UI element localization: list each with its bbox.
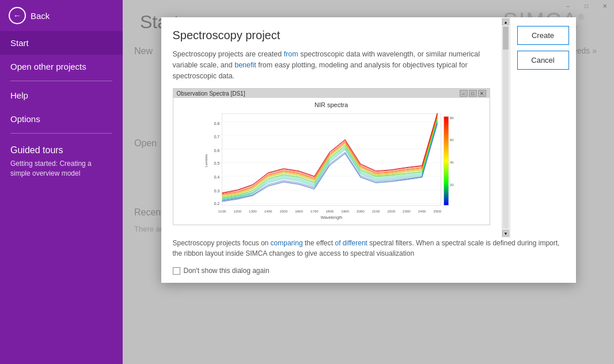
svg-text:0.7: 0.7 [214,135,219,140]
sidebar-item-start[interactable]: Start [0,31,123,55]
nir-spectra-chart: Observation Spectra [DS1] – □ ✕ NIR spec… [173,88,490,225]
svg-text:2400: 2400 [418,209,426,213]
back-circle-icon: ← [9,7,26,24]
dont-show-again-checkbox[interactable] [173,267,180,275]
back-label: Back [31,11,50,21]
svg-text:0.3: 0.3 [214,189,219,194]
sidebar-nav: Start Open other projects Help Options G… [0,31,123,364]
svg-text:0.6: 0.6 [214,149,219,153]
cancel-button[interactable]: Cancel [517,51,569,70]
svg-text:Lambda: Lambda [203,154,207,168]
chart-title-text: NIR spectra [177,101,486,108]
svg-text:Wavelength: Wavelength [320,215,342,220]
dialog-overlay: Spectroscopy project Spectroscopy projec… [123,0,614,364]
svg-text:2300: 2300 [403,209,411,213]
chart-titlebar-label: Observation Spectra [DS1] [177,90,245,97]
svg-text:0.2: 0.2 [214,202,219,207]
chart-close-btn[interactable]: ✕ [478,90,486,97]
svg-text:1500: 1500 [279,209,287,213]
sidebar-item-options[interactable]: Options [0,107,123,131]
dont-show-again-row: Don't show this dialog again [161,263,576,283]
svg-text:2000: 2000 [356,209,364,213]
scrollbar-up[interactable]: ▲ [502,18,509,25]
svg-text:0.4: 0.4 [214,175,219,180]
svg-text:0.5: 0.5 [214,162,219,166]
app-container: ← Back Start Open other projects Help Op… [0,0,614,364]
chart-area: NIR spectra 0.2 0.3 0.4 [173,98,490,225]
svg-text:1600: 1600 [295,209,303,213]
dialog-buttons: Create Cancel [510,17,576,238]
svg-text:2100: 2100 [372,209,380,213]
svg-text:1100: 1100 [218,209,226,213]
dialog-description-1: Spectroscopy projects are created from s… [173,49,490,81]
chart-minimize-btn[interactable]: – [460,90,468,97]
sidebar-item-open-other-projects[interactable]: Open other projects [0,55,123,78]
spectroscopy-dialog: Spectroscopy project Spectroscopy projec… [161,17,576,283]
create-button[interactable]: Create [517,26,569,45]
svg-text:1300: 1300 [249,209,257,213]
chart-svg: 0.2 0.3 0.4 0.5 0.6 0.7 0.8 [177,111,486,220]
svg-text:1200: 1200 [233,209,241,213]
svg-text:2200: 2200 [387,209,395,213]
sidebar: ← Back Start Open other projects Help Op… [0,0,123,364]
dialog-footer-text: Spectroscopy projects focus on comparing… [161,238,576,263]
guided-tours-title: Guided tours [10,145,112,156]
svg-rect-32 [444,117,448,206]
chart-controls: – □ ✕ [460,90,486,97]
svg-text:40: 40 [449,161,453,165]
svg-text:60: 60 [449,138,453,142]
scrollbar-down[interactable]: ▼ [502,230,509,237]
back-button[interactable]: ← Back [0,0,123,31]
sidebar-divider [10,81,112,81]
chart-maximize-btn[interactable]: □ [469,90,477,97]
svg-text:0.8: 0.8 [214,122,219,126]
svg-text:1900: 1900 [341,209,349,213]
dialog-body: Spectroscopy project Spectroscopy projec… [161,17,576,238]
dialog-title: Spectroscopy project [173,29,490,42]
svg-text:1800: 1800 [325,209,333,213]
sidebar-item-help[interactable]: Help [0,84,123,107]
dialog-content: Spectroscopy project Spectroscopy projec… [161,17,502,238]
chart-titlebar: Observation Spectra [DS1] – □ ✕ [173,89,490,98]
guided-tours-subtitle: Getting started: Creating a simple overv… [10,159,112,179]
svg-text:1700: 1700 [310,209,318,213]
svg-text:20: 20 [449,183,453,187]
svg-text:2500: 2500 [433,209,441,213]
dialog-scrollbar[interactable]: ▲ ▼ [502,17,510,238]
scrollbar-thumb[interactable] [503,26,509,50]
dont-show-again-label: Don't show this dialog again [184,267,270,275]
scrollbar-track [503,26,509,229]
main-content: – □ ✕ SIMCA® Start New Feeds » Open Rece… [123,0,614,364]
svg-text:80: 80 [449,116,453,120]
sidebar-divider-2 [10,133,112,134]
guided-tours-section: Guided tours Getting started: Creating a… [0,136,123,183]
svg-text:1400: 1400 [264,209,272,213]
